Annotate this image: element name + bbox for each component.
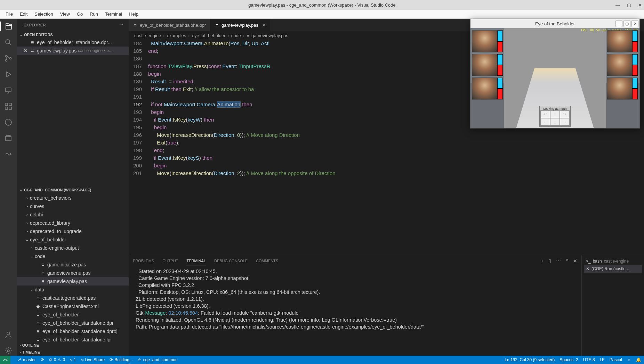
menu-file[interactable]: File (3, 11, 16, 17)
run-debug-icon[interactable] (3, 69, 13, 79)
workspace-section[interactable]: ⌄ CGE_AND_COMMON (WORKSPACE) (17, 187, 129, 194)
remote-indicator[interactable]: >< (0, 356, 10, 364)
live-share-button[interactable]: ⎋ Live Share (81, 357, 105, 362)
strafe-right-button[interactable]: → (560, 118, 570, 126)
folder-item[interactable]: ⌄code (17, 252, 129, 260)
terminal-item[interactable]: ✕ (CGE) Run (castle-... (584, 265, 642, 273)
panel-tab-terminal[interactable]: TERMINAL (186, 257, 206, 265)
folder-item[interactable]: ›data (17, 286, 129, 294)
folder-item[interactable]: ›delphi (17, 210, 129, 219)
ports-indicator[interactable]: ⎋ 1 (70, 357, 76, 362)
game-maximize-icon[interactable]: ▢ (623, 20, 630, 27)
chevron-up-icon[interactable]: ^ (566, 256, 568, 266)
chevron-right-icon: › (19, 350, 21, 354)
editor-tab[interactable]: ≡ eye_of_beholder_standalone.dpr (129, 19, 210, 31)
source-control-icon[interactable] (3, 53, 13, 63)
explorer-icon[interactable] (0, 22, 17, 31)
close-panel-icon[interactable]: ✕ (573, 256, 577, 266)
character-portrait[interactable] (607, 77, 638, 100)
folder-item[interactable]: ›creature_behaviors (17, 194, 129, 202)
indentation[interactable]: Spaces: 2 (560, 357, 578, 362)
git-branch[interactable]: ⎇ master (17, 357, 36, 362)
file-tree: ›creature_behaviors›curves›delphi›deprec… (17, 194, 129, 342)
file-item[interactable]: ≡gameviewplay.pas (17, 277, 129, 286)
folder-item[interactable]: ›curves (17, 202, 129, 210)
folder-item[interactable]: ›deprecated_library (17, 219, 129, 227)
language-mode[interactable]: Pascal (610, 357, 622, 362)
file-item[interactable]: ≡gameinitialize.pas (17, 260, 129, 269)
close-icon[interactable]: ✕ (22, 48, 29, 53)
split-terminal-icon[interactable]: ▯ (548, 256, 551, 266)
terminal-item[interactable]: >_ bash castle-engine (584, 257, 642, 265)
outline-section[interactable]: › OUTLINE (17, 342, 129, 349)
titlebar: gameviewplay.pas - cge_and_common (Works… (0, 0, 644, 10)
menu-terminal[interactable]: Terminal (102, 11, 125, 17)
editor-tab[interactable]: ≡ gameviewplay.pas ✕ (210, 19, 270, 31)
file-item[interactable]: ≡eye_of_beholder_standalone.dpr (17, 319, 129, 327)
character-portrait[interactable] (472, 54, 503, 76)
share-icon[interactable] (3, 149, 13, 159)
remote-explorer-icon[interactable] (3, 85, 13, 95)
folder-item[interactable]: ›deprecated_to_upgrade (17, 227, 129, 235)
strafe-left-button[interactable]: ← (540, 118, 550, 126)
workspace-folder[interactable]: 🗀 cge_and_common (138, 357, 178, 362)
folder-item[interactable]: ⌄eye_of_beholder (17, 235, 129, 244)
projects-icon[interactable] (3, 133, 13, 143)
menu-run[interactable]: Run (87, 11, 101, 17)
file-item[interactable]: ◆CastleEngineManifest.xml (17, 302, 129, 311)
panel-tab-debug[interactable]: DEBUG CONSOLE (214, 257, 248, 265)
back-button[interactable]: ↓ (550, 118, 560, 126)
git-sync[interactable]: ⟳ (41, 357, 44, 362)
file-item[interactable]: ≡eye_of_beholder (17, 311, 129, 319)
panel-tab-problems[interactable]: PROBLEMS (133, 257, 154, 265)
folder-item[interactable]: ›castle-engine-output (17, 244, 129, 252)
menu-help[interactable]: Help (126, 11, 141, 17)
game-minimize-icon[interactable]: — (615, 20, 622, 27)
feedback-icon[interactable]: ☺ (627, 357, 631, 362)
close-icon[interactable]: ✕ (262, 23, 266, 28)
terminal-output[interactable]: Started on 2023-04-29 at 02:10:45. Castl… (129, 266, 581, 356)
minimize-icon[interactable]: — (615, 2, 620, 8)
turn-left-button[interactable]: ↶ (540, 110, 550, 118)
panel-tab-comments[interactable]: COMMENTS (256, 257, 278, 265)
file-item[interactable]: ≡eye_of_beholder_standalone.lpi (17, 336, 129, 342)
file-item[interactable]: ≡gameviewmenu.pas (17, 269, 129, 277)
file-item[interactable]: ≡castleautogenerated.pas (17, 294, 129, 302)
settings-icon[interactable] (3, 346, 13, 356)
github-icon[interactable] (3, 117, 13, 127)
extensions-icon[interactable] (3, 101, 13, 111)
menu-selection[interactable]: Selection (32, 11, 56, 17)
character-portrait[interactable] (607, 30, 638, 52)
close-icon[interactable]: ✕ (638, 2, 642, 8)
panel-tab-output[interactable]: OUTPUT (162, 257, 178, 265)
open-editors-section[interactable]: ⌄ OPEN EDITORS (17, 31, 129, 38)
character-portrait[interactable] (472, 77, 503, 100)
game-close-icon[interactable]: ✕ (631, 20, 638, 27)
svg-point-10 (7, 332, 10, 335)
character-portrait[interactable] (472, 30, 503, 52)
notifications-icon[interactable]: 🔔 (636, 357, 641, 362)
pascal-file-icon: ≡ (29, 40, 35, 45)
search-icon[interactable] (3, 38, 13, 47)
eol[interactable]: LF (600, 357, 605, 362)
menu-go[interactable]: Go (74, 11, 86, 17)
building-status[interactable]: ⟳ Building... (110, 357, 133, 362)
new-terminal-icon[interactable]: + (541, 256, 544, 266)
turn-right-button[interactable]: ↷ (560, 110, 570, 118)
open-editor-item[interactable]: ≡ eye_of_beholder_standalone.dpr... (17, 38, 129, 47)
open-editor-item[interactable]: ✕ ≡ gameviewplay.pas castle-engine • e..… (17, 47, 129, 55)
accounts-icon[interactable] (3, 330, 13, 340)
file-item[interactable]: ≡eye_of_beholder_standalone.dproj (17, 327, 129, 336)
character-portrait[interactable] (607, 54, 638, 76)
timeline-section[interactable]: › TIMELINE (17, 349, 129, 356)
forward-button[interactable]: ↑ (550, 110, 560, 118)
game-viewport[interactable]: FPS: 101.59 (only render: 1770.19) Looki… (470, 28, 639, 128)
cursor-position[interactable]: Ln 192, Col 30 (9 selected) (505, 357, 555, 362)
menu-view[interactable]: View (57, 11, 73, 17)
maximize-icon[interactable]: ▢ (627, 2, 631, 8)
problems-indicator[interactable]: ⊘ 0 ⚠ 0 (49, 357, 65, 362)
menu-edit[interactable]: Edit (17, 11, 30, 17)
more-icon[interactable]: ⋯ (556, 256, 561, 266)
encoding[interactable]: UTF-8 (583, 357, 595, 362)
more-icon[interactable]: ⋯ (119, 23, 123, 27)
